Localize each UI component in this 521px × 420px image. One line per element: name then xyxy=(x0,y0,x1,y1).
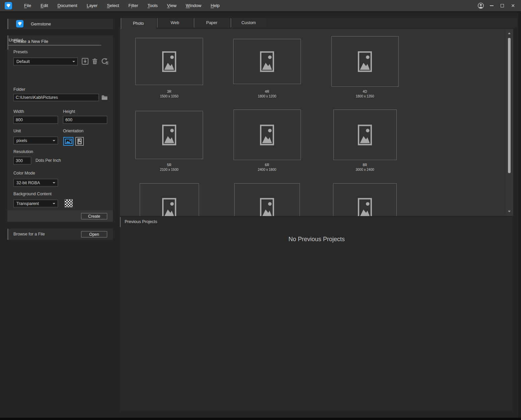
panel-accent-bar xyxy=(7,229,8,240)
preset-tile-4d[interactable] xyxy=(331,36,399,87)
tab-bar: PhotoWebPaperCustom xyxy=(120,18,267,29)
tab-accent-bar xyxy=(231,18,231,27)
preset-name: 5R xyxy=(167,163,172,167)
color-mode-label: Color Mode xyxy=(13,171,35,176)
landscape-orientation-icon xyxy=(65,139,72,144)
scrollbar-thumb[interactable] xyxy=(508,38,511,173)
tile-box xyxy=(233,110,301,160)
save-preset-button[interactable] xyxy=(81,57,89,66)
preset-name: 6R xyxy=(265,163,269,167)
folder-path-input[interactable] xyxy=(13,94,99,101)
preset-cell-partial-3 xyxy=(331,183,399,216)
window-right-edge xyxy=(518,13,521,418)
menu-item-document[interactable]: Document xyxy=(53,0,82,11)
browse-file-panel: Browse for a File Open xyxy=(7,229,113,240)
preset-dims: 3000 x 2400 xyxy=(355,168,374,171)
resolution-input[interactable] xyxy=(13,157,31,164)
menu-item-tools[interactable]: Tools xyxy=(143,0,162,11)
tab-paper[interactable]: Paper xyxy=(193,18,230,27)
tab-web[interactable]: Web xyxy=(156,18,193,27)
close-icon: ✕ xyxy=(511,3,515,8)
menu-item-window[interactable]: Window xyxy=(181,0,206,11)
tab-label: Web xyxy=(171,20,179,25)
app-title: Gemstone xyxy=(31,19,51,29)
preset-tile-8r[interactable] xyxy=(333,110,397,160)
menu-item-select[interactable]: Select xyxy=(102,0,124,11)
maximize-icon xyxy=(501,4,504,7)
menu-item-file[interactable]: File xyxy=(19,0,36,11)
previous-projects-header: Previous Projects xyxy=(125,219,157,224)
preset-dims: 1500 x 1050 xyxy=(160,94,178,98)
tab-custom[interactable]: Custom xyxy=(230,18,267,27)
minimize-button[interactable] xyxy=(486,1,497,11)
unit-label: Unit xyxy=(13,129,21,133)
preset-tile-partial-2[interactable] xyxy=(234,183,300,216)
transparency-swatch xyxy=(65,199,73,207)
image-placeholder-icon xyxy=(260,198,274,216)
tab-label: Photo xyxy=(133,21,144,26)
delete-preset-button[interactable] xyxy=(91,57,99,66)
previous-projects-empty-text: No Previous Projects xyxy=(120,236,513,243)
orientation-portrait-button[interactable] xyxy=(75,137,84,146)
image-placeholder-icon xyxy=(358,125,372,145)
preset-name: 4D xyxy=(363,90,367,93)
tile-box xyxy=(135,36,203,87)
menu-item-filter[interactable]: Filter xyxy=(124,0,143,11)
tab-photo[interactable]: Photo xyxy=(120,18,156,29)
reset-presets-button[interactable] xyxy=(100,57,109,66)
portrait-orientation-icon xyxy=(77,138,82,144)
account-button[interactable] xyxy=(475,1,486,11)
image-placeholder-icon xyxy=(260,51,274,72)
tab-label: Paper xyxy=(206,20,217,25)
height-input[interactable] xyxy=(63,116,107,124)
create-button[interactable]: Create xyxy=(81,213,107,219)
preset-tile-4r[interactable] xyxy=(233,39,301,84)
preset-cell-4d: 4D1800 x 1350 xyxy=(331,36,399,98)
preset-tile-6r[interactable] xyxy=(234,110,301,160)
unit-dropdown[interactable]: pixels xyxy=(13,137,58,144)
tab-accent-bar xyxy=(121,18,121,29)
preset-dropdown-value: Default xyxy=(16,59,30,64)
panel-title: Create a New File xyxy=(13,39,48,44)
open-button[interactable]: Open xyxy=(81,231,107,237)
presets-label: Presets xyxy=(13,50,27,54)
width-input[interactable] xyxy=(13,116,58,124)
close-button[interactable]: ✕ xyxy=(508,1,518,11)
orientation-landscape-button[interactable] xyxy=(63,137,73,146)
menubar: FileEditDocumentLayerSelectFilterToolsVi… xyxy=(19,0,224,11)
preset-cell-partial-1 xyxy=(135,183,203,216)
titlebar: FileEditDocumentLayerSelectFilterToolsVi… xyxy=(0,0,521,12)
panel-accent-bar xyxy=(7,36,8,50)
browse-file-label: Browse for a File xyxy=(13,229,45,240)
scrollbar-up-arrow[interactable] xyxy=(508,32,511,34)
preset-tile-3r[interactable] xyxy=(135,38,203,85)
preset-tile-partial-1[interactable] xyxy=(140,183,199,216)
background-content-dropdown[interactable]: Transparent xyxy=(13,200,58,207)
preset-cell-3r: 3R1500 x 1050 xyxy=(135,36,203,98)
menu-item-edit[interactable]: Edit xyxy=(36,0,53,11)
minimize-icon xyxy=(490,5,494,6)
previous-projects-panel: Previous Projects No Previous Projects xyxy=(120,217,513,412)
vertical-scrollbar[interactable] xyxy=(506,29,513,215)
menu-item-help[interactable]: Help xyxy=(206,0,224,11)
tile-box xyxy=(331,36,399,87)
scrollbar-down-arrow[interactable] xyxy=(508,211,511,212)
orientation-label: Orientation xyxy=(63,129,83,133)
preset-cell-4r: 4R1800 x 1200 xyxy=(233,36,301,98)
preset-row-3 xyxy=(135,183,399,216)
preset-tile-partial-3[interactable] xyxy=(333,183,397,216)
tile-box xyxy=(331,110,399,160)
account-icon xyxy=(477,2,484,9)
browse-folder-button[interactable] xyxy=(100,94,109,101)
create-button-strip: Create xyxy=(7,210,113,222)
preset-dropdown[interactable]: Default xyxy=(13,58,78,65)
maximize-button[interactable] xyxy=(497,1,508,11)
preset-name: 3R xyxy=(167,90,172,93)
preset-tile-5r[interactable] xyxy=(135,111,203,159)
preset-name: 4R xyxy=(265,90,269,93)
menu-item-view[interactable]: View xyxy=(162,0,181,11)
menu-item-layer[interactable]: Layer xyxy=(82,0,103,11)
resolution-unit-label: Dots Per Inch xyxy=(36,158,61,163)
tile-box xyxy=(135,110,203,160)
color-mode-dropdown[interactable]: 32-bit RGBA xyxy=(13,179,58,187)
